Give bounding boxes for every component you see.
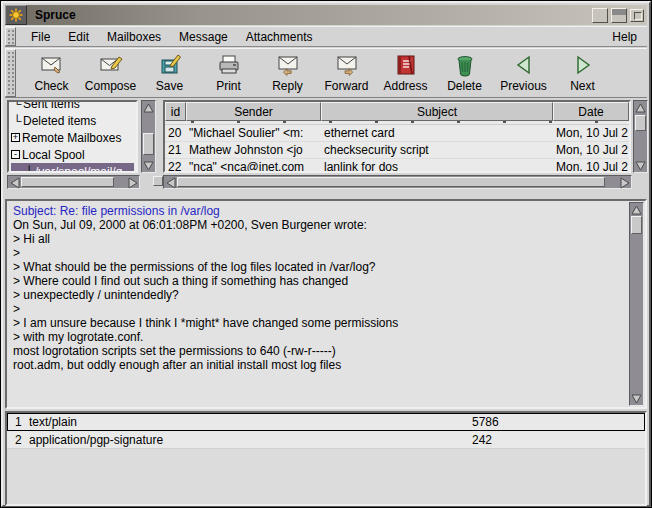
message-row-22[interactable]: 22 "nca" <nca@inet.com lanlink for dos M… <box>165 159 629 173</box>
attachment-row-text-plain[interactable]: 1 text/plain 5786 <box>7 413 645 431</box>
folder-item-deleted[interactable]: └ Deleted items <box>11 112 134 129</box>
titlebar[interactable]: Spruce <box>5 5 647 25</box>
scroll-thumb[interactable] <box>635 115 646 131</box>
next-button[interactable]: Next <box>553 49 612 97</box>
horizontal-pane-splitter[interactable] <box>5 191 647 199</box>
message-body: Subject: Re: file permissions in /var/lo… <box>13 204 623 405</box>
message-list[interactable]: id Sender Subject Date 20 "Michael Souli… <box>163 100 631 173</box>
previous-button[interactable]: Previous <box>494 49 553 97</box>
scroll-left-icon[interactable] <box>8 176 21 189</box>
column-header-subject[interactable]: Subject <box>321 102 553 121</box>
save-icon <box>158 52 182 78</box>
message-body-pane[interactable]: Subject: Re: file permissions in /var/lo… <box>5 199 647 409</box>
printer-icon <box>216 52 242 78</box>
menu-attachments[interactable]: Attachments <box>237 28 322 46</box>
attachments-pane: 1 text/plain 5786 2 application/pgp-sign… <box>5 411 647 506</box>
message-list-vertical-scrollbar[interactable] <box>633 100 648 173</box>
forward-icon <box>334 52 360 78</box>
menubar: File Edit Mailboxes Message Attachments … <box>5 26 647 47</box>
toolbar: Check Compose <box>5 48 647 98</box>
forward-button[interactable]: Forward <box>317 49 376 97</box>
menu-help[interactable]: Help <box>602 28 647 46</box>
scroll-left-icon[interactable] <box>164 176 177 189</box>
menu-mailboxes[interactable]: Mailboxes <box>98 28 170 46</box>
app-sun-icon <box>9 8 23 22</box>
scroll-up-icon[interactable] <box>634 101 647 114</box>
reply-icon <box>275 52 301 78</box>
message-row-21[interactable]: 21 Mathew Johnston <jo checksecurity scr… <box>165 142 629 159</box>
message-list-header: id Sender Subject Date <box>165 102 629 121</box>
subject-line: Subject: Re: file permissions in /var/lo… <box>13 204 623 218</box>
scroll-up-icon[interactable] <box>142 101 155 114</box>
save-button[interactable]: Save <box>140 49 199 97</box>
menubar-grip-handle[interactable] <box>5 27 16 46</box>
check-button[interactable]: Check <box>22 49 81 97</box>
scroll-right-icon[interactable] <box>126 176 139 189</box>
top-pane: └ Sent items └ Deleted items + Remote Ma… <box>5 99 647 191</box>
previous-arrow-icon <box>513 52 535 78</box>
folder-tree-horizontal-scrollbar[interactable] <box>7 175 140 189</box>
trash-icon <box>454 52 476 78</box>
column-header-date[interactable]: Date <box>553 102 629 121</box>
expand-plus-icon[interactable]: + <box>11 133 20 142</box>
print-button[interactable]: Print <box>199 49 258 97</box>
column-header-sender[interactable]: Sender <box>186 102 321 121</box>
next-arrow-icon <box>572 52 594 78</box>
spruce-window: Spruce File Edit Mailboxes Message Attac… <box>0 0 652 508</box>
column-header-id[interactable]: id <box>165 102 186 121</box>
folder-item-remote-mailboxes[interactable]: + Remote Mailboxes <box>11 129 134 146</box>
pane-splitter-handle[interactable] <box>153 176 163 186</box>
shade-button[interactable] <box>611 8 627 23</box>
message-row-20[interactable]: 20 "Michael Soulier" <m: ethernet card M… <box>165 125 629 142</box>
scroll-up-icon[interactable] <box>630 203 643 216</box>
mail-check-icon <box>39 52 65 78</box>
scroll-thumb[interactable] <box>143 133 154 155</box>
folder-tree[interactable]: └ Sent items └ Deleted items + Remote Ma… <box>7 100 138 173</box>
folder-item-local-spool[interactable]: - Local Spool <box>11 146 134 163</box>
scroll-down-icon[interactable] <box>142 159 155 172</box>
message-body-vertical-scrollbar[interactable] <box>629 202 644 406</box>
toolbar-grip-handle[interactable] <box>5 49 16 97</box>
scroll-down-icon[interactable] <box>634 159 647 172</box>
menu-message[interactable]: Message <box>170 28 237 46</box>
iconify-button[interactable] <box>630 9 644 22</box>
menu-edit[interactable]: Edit <box>59 28 98 46</box>
folder-tree-vertical-scrollbar[interactable] <box>141 100 156 173</box>
message-list-horizontal-scrollbar[interactable] <box>163 175 632 189</box>
delete-button[interactable]: Delete <box>435 49 494 97</box>
scroll-right-icon[interactable] <box>618 176 631 189</box>
window-title: Spruce <box>35 8 592 22</box>
scroll-thumb[interactable] <box>177 177 605 187</box>
attachment-row-pgp-signature[interactable]: 2 application/pgp-signature 242 <box>7 431 645 449</box>
maximize-button[interactable] <box>592 8 608 23</box>
collapse-minus-icon[interactable]: - <box>11 150 20 159</box>
menu-file[interactable]: File <box>22 28 59 46</box>
address-book-icon <box>394 52 418 78</box>
scroll-thumb[interactable] <box>21 177 114 187</box>
folder-item-sent[interactable]: └ Sent items <box>11 100 134 112</box>
window-menu-button[interactable] <box>5 5 27 25</box>
reply-button[interactable]: Reply <box>258 49 317 97</box>
window-frame: Spruce File Edit Mailboxes Message Attac… <box>1 1 651 507</box>
scroll-thumb[interactable] <box>631 216 642 234</box>
address-button[interactable]: Address <box>376 49 435 97</box>
folder-item-var-spool-mail[interactable]: └ /var/spool/mail/g <box>11 163 134 173</box>
compose-icon <box>98 52 124 78</box>
scroll-down-icon[interactable] <box>630 392 643 405</box>
compose-button[interactable]: Compose <box>81 49 140 97</box>
